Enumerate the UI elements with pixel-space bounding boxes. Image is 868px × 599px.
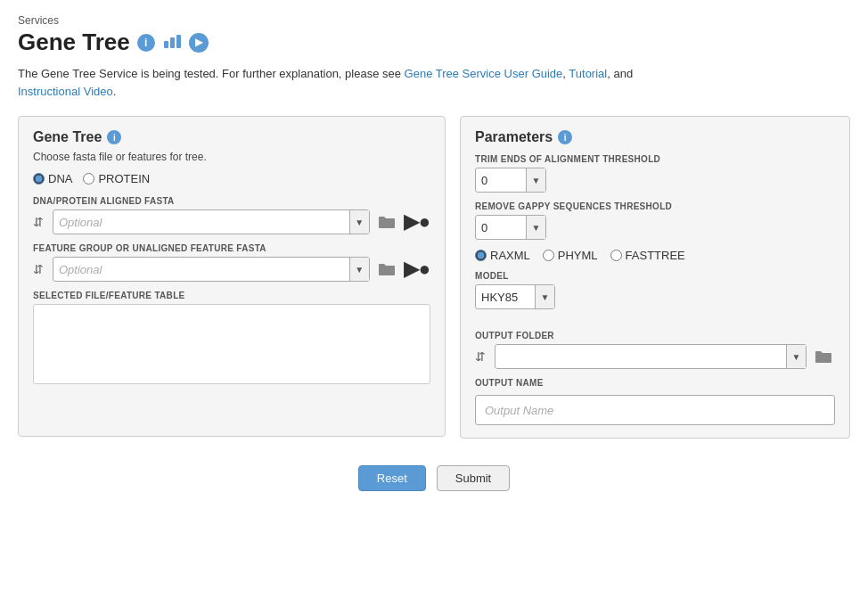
gappy-dropdown-arrow[interactable]: ▼ [526,216,545,239]
page-title: Gene Tree i ▶ [18,29,850,56]
raxml-radio[interactable] [475,250,487,261]
parameters-panel-title: Parameters i [475,129,835,145]
page-title-text: Gene Tree [18,29,130,56]
trim-label: TRIM ENDS OF ALIGNMENT THRESHOLD [475,154,835,164]
feature-group-label: FEATURE GROUP OR UNALIGNED FEATURE FASTA [33,243,430,253]
main-content: Gene Tree i Choose fasta file or feature… [18,116,850,439]
output-folder-label: OUTPUT FOLDER [475,331,835,341]
submit-button[interactable]: Submit [437,465,510,491]
gene-tree-panel: Gene Tree i Choose fasta file or feature… [18,116,446,437]
protein-radio-label[interactable]: PROTEIN [83,172,150,185]
user-guide-link[interactable]: Gene Tree Service User Guide [405,67,563,80]
phyml-radio-text: PHYML [558,249,598,262]
info-icon[interactable]: i [137,34,155,52]
dna-fasta-input-wrapper: ▼ [53,209,370,234]
description: The Gene Tree Service is being tested. F… [18,65,850,100]
model-dropdown[interactable]: HKY85 ▼ [475,284,555,309]
feature-group-add-icon[interactable]: ▶● [404,259,430,279]
fasttree-radio-label[interactable]: FASTTREE [610,249,685,262]
dna-radio-text: DNA [48,172,72,185]
services-breadcrumb: Services [18,14,850,27]
sort-icon-1: ⇵ [33,215,47,229]
phyml-radio-label[interactable]: PHYML [543,249,598,262]
output-name-label: OUTPUT NAME [475,378,835,388]
tutorial-link[interactable]: Tutorial [569,67,607,80]
raxml-radio-text: RAXML [490,249,530,262]
selected-table-label: SELECTED FILE/FEATURE TABLE [33,291,430,300]
trim-value: 0 [476,174,526,187]
output-folder-icon[interactable] [812,345,835,368]
protein-radio[interactable] [83,173,94,185]
feature-group-input-wrapper: ▼ [53,257,370,282]
output-folder-sort-icon: ⇵ [475,349,489,364]
model-value: HKY85 [476,291,535,304]
dna-fasta-label: DNA/PROTEIN ALIGNED FASTA [33,196,430,206]
dna-fasta-folder-icon[interactable] [375,210,398,234]
gene-tree-info-icon[interactable]: i [107,130,121,144]
network-icon[interactable] [162,33,182,53]
gappy-dropdown[interactable]: 0 ▼ [475,215,546,240]
sequence-type-radio-group: DNA PROTEIN [33,172,430,185]
selected-table-box [33,304,430,384]
gene-tree-subtitle: Choose fasta file or features for tree. [33,151,430,163]
feature-group-dropdown-arrow[interactable]: ▼ [349,258,369,281]
output-folder-input[interactable] [495,345,786,368]
feature-group-section: FEATURE GROUP OR UNALIGNED FEATURE FASTA… [33,243,430,282]
model-label: MODEL [475,271,835,281]
fasttree-radio-text: FASTTREE [626,249,685,262]
parameters-panel: Parameters i TRIM ENDS OF ALIGNMENT THRE… [460,116,850,439]
output-name-input[interactable] [475,395,835,425]
instructional-video-link[interactable]: Instructional Video [18,85,113,98]
dna-fasta-add-icon[interactable]: ▶● [404,212,430,232]
gappy-label: REMOVE GAPPY SEQUENCES THRESHOLD [475,201,835,211]
dna-fasta-section: DNA/PROTEIN ALIGNED FASTA ⇵ ▼ ▶● [33,196,430,234]
gappy-value: 0 [476,221,526,234]
play-icon[interactable]: ▶ [189,33,209,53]
algorithm-radio-group: RAXML PHYML FASTTREE [475,249,835,262]
dna-fasta-input[interactable] [53,210,349,234]
dna-fasta-row: ⇵ ▼ ▶● [33,209,430,234]
reset-button[interactable]: Reset [358,465,426,491]
phyml-radio[interactable] [543,250,554,261]
dna-radio[interactable] [33,173,45,185]
svg-rect-1 [170,37,175,48]
svg-rect-2 [176,35,181,48]
protein-radio-text: PROTEIN [98,172,150,185]
footer-buttons: Reset Submit [18,465,850,491]
dna-radio-label[interactable]: DNA [33,172,72,185]
model-dropdown-arrow[interactable]: ▼ [535,285,554,308]
parameters-info-icon[interactable]: i [558,130,572,144]
model-section: MODEL HKY85 ▼ [475,271,835,309]
raxml-radio-label[interactable]: RAXML [475,249,530,262]
output-folder-dropdown-arrow[interactable]: ▼ [786,345,806,368]
output-folder-input-wrapper: ▼ [495,344,807,369]
sort-icon-2: ⇵ [33,262,47,276]
trim-dropdown-arrow[interactable]: ▼ [526,168,545,192]
trim-dropdown[interactable]: 0 ▼ [475,168,546,193]
selected-table-section: SELECTED FILE/FEATURE TABLE [33,291,430,384]
feature-group-row: ⇵ ▼ ▶● [33,257,430,282]
svg-rect-0 [164,41,168,48]
dna-fasta-dropdown-arrow[interactable]: ▼ [349,210,369,234]
feature-group-folder-icon[interactable] [375,258,398,281]
feature-group-input[interactable] [53,258,349,281]
fasttree-radio[interactable] [610,250,622,261]
gene-tree-panel-title: Gene Tree i [33,129,430,145]
output-folder-row: ⇵ ▼ [475,344,835,369]
